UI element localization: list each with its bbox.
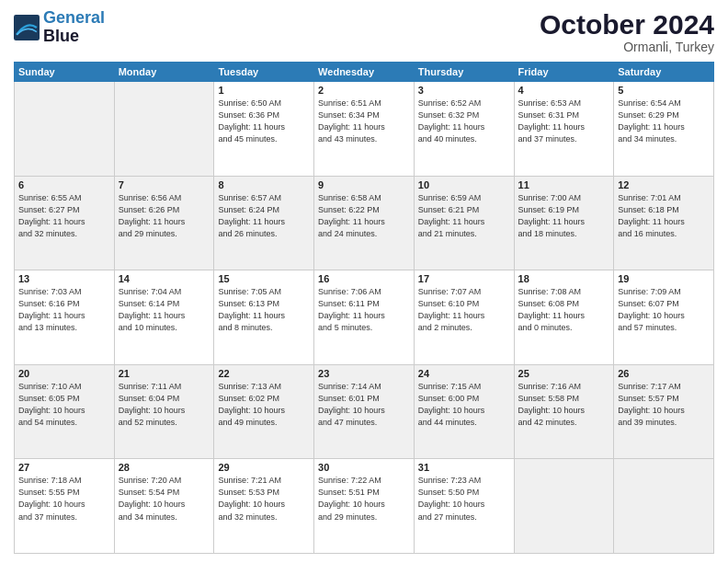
day-number: 19 [618, 273, 710, 284]
calendar-cell: 25Sunrise: 7:16 AM Sunset: 5:58 PM Dayli… [514, 364, 614, 459]
day-info: Sunrise: 6:57 AM Sunset: 6:24 PM Dayligh… [218, 192, 310, 240]
day-info: Sunrise: 7:04 AM Sunset: 6:14 PM Dayligh… [119, 286, 210, 334]
day-info: Sunrise: 7:07 AM Sunset: 6:10 PM Dayligh… [418, 286, 510, 334]
calendar-cell: 20Sunrise: 7:10 AM Sunset: 6:05 PM Dayli… [15, 364, 115, 459]
day-number: 8 [218, 179, 310, 190]
day-number: 20 [18, 368, 110, 379]
calendar-cell: 5Sunrise: 6:54 AM Sunset: 6:29 PM Daylig… [614, 82, 714, 177]
calendar-cell: 8Sunrise: 6:57 AM Sunset: 6:24 PM Daylig… [214, 176, 314, 270]
day-number: 5 [618, 85, 710, 96]
day-number: 12 [618, 179, 710, 190]
day-info: Sunrise: 7:00 AM Sunset: 6:19 PM Dayligh… [518, 192, 610, 240]
logo-text: General Blue [43, 9, 105, 46]
day-number: 25 [518, 368, 610, 379]
day-number: 11 [518, 179, 610, 190]
day-info: Sunrise: 6:54 AM Sunset: 6:29 PM Dayligh… [618, 98, 710, 145]
calendar-cell: 31Sunrise: 7:23 AM Sunset: 5:50 PM Dayli… [414, 459, 514, 554]
page: General Blue October 2024 Ormanli, Turke… [0, 0, 728, 563]
logo-line2: Blue [43, 28, 105, 46]
day-info: Sunrise: 6:59 AM Sunset: 6:21 PM Dayligh… [418, 192, 510, 240]
calendar-cell: 7Sunrise: 6:56 AM Sunset: 6:26 PM Daylig… [114, 176, 214, 270]
header-monday: Monday [114, 63, 214, 82]
header-sunday: Sunday [15, 63, 115, 82]
day-info: Sunrise: 6:55 AM Sunset: 6:27 PM Dayligh… [18, 192, 110, 240]
day-number: 13 [18, 273, 110, 284]
calendar-cell: 24Sunrise: 7:15 AM Sunset: 6:00 PM Dayli… [414, 364, 514, 459]
day-number: 23 [318, 368, 410, 379]
day-info: Sunrise: 7:11 AM Sunset: 6:04 PM Dayligh… [119, 381, 210, 429]
calendar-cell: 3Sunrise: 6:52 AM Sunset: 6:32 PM Daylig… [414, 82, 514, 177]
day-number: 1 [218, 85, 310, 96]
day-number: 21 [119, 368, 210, 379]
day-info: Sunrise: 6:56 AM Sunset: 6:26 PM Dayligh… [119, 192, 210, 240]
header-friday: Friday [514, 63, 614, 82]
day-number: 3 [418, 85, 510, 96]
week-row-3: 13Sunrise: 7:03 AM Sunset: 6:16 PM Dayli… [15, 270, 714, 365]
week-row-4: 20Sunrise: 7:10 AM Sunset: 6:05 PM Dayli… [15, 364, 714, 459]
calendar-cell: 29Sunrise: 7:21 AM Sunset: 5:53 PM Dayli… [214, 459, 314, 554]
day-number: 2 [318, 85, 410, 96]
week-row-1: 1Sunrise: 6:50 AM Sunset: 6:36 PM Daylig… [15, 82, 714, 177]
calendar-cell: 2Sunrise: 6:51 AM Sunset: 6:34 PM Daylig… [314, 82, 415, 177]
calendar-cell: 17Sunrise: 7:07 AM Sunset: 6:10 PM Dayli… [414, 270, 514, 365]
day-number: 30 [318, 462, 410, 473]
day-info: Sunrise: 7:18 AM Sunset: 5:55 PM Dayligh… [18, 475, 110, 523]
calendar-cell: 30Sunrise: 7:22 AM Sunset: 5:51 PM Dayli… [314, 459, 415, 554]
day-info: Sunrise: 7:22 AM Sunset: 5:51 PM Dayligh… [318, 475, 410, 523]
day-info: Sunrise: 7:16 AM Sunset: 5:58 PM Dayligh… [518, 381, 610, 429]
calendar-cell: 13Sunrise: 7:03 AM Sunset: 6:16 PM Dayli… [15, 270, 115, 365]
day-number: 10 [418, 179, 510, 190]
day-info: Sunrise: 7:09 AM Sunset: 6:07 PM Dayligh… [618, 286, 710, 334]
day-info: Sunrise: 7:13 AM Sunset: 6:02 PM Dayligh… [218, 381, 310, 429]
day-number: 15 [218, 273, 310, 284]
calendar-cell: 27Sunrise: 7:18 AM Sunset: 5:55 PM Dayli… [15, 459, 115, 554]
day-info: Sunrise: 7:23 AM Sunset: 5:50 PM Dayligh… [418, 475, 510, 523]
calendar-cell: 4Sunrise: 6:53 AM Sunset: 6:31 PM Daylig… [514, 82, 614, 177]
calendar-cell: 15Sunrise: 7:05 AM Sunset: 6:13 PM Dayli… [214, 270, 314, 365]
calendar-cell: 9Sunrise: 6:58 AM Sunset: 6:22 PM Daylig… [314, 176, 415, 270]
day-number: 17 [418, 273, 510, 284]
header-thursday: Thursday [414, 63, 514, 82]
day-number: 24 [418, 368, 510, 379]
header-tuesday: Tuesday [214, 63, 314, 82]
day-info: Sunrise: 6:52 AM Sunset: 6:32 PM Dayligh… [418, 98, 510, 145]
day-info: Sunrise: 6:53 AM Sunset: 6:31 PM Dayligh… [518, 98, 610, 145]
day-number: 4 [518, 85, 610, 96]
day-number: 26 [618, 368, 710, 379]
day-number: 7 [119, 179, 210, 190]
calendar-cell: 1Sunrise: 6:50 AM Sunset: 6:36 PM Daylig… [214, 82, 314, 177]
calendar-cell: 18Sunrise: 7:08 AM Sunset: 6:08 PM Dayli… [514, 270, 614, 365]
day-number: 9 [318, 179, 410, 190]
day-number: 29 [218, 462, 310, 473]
day-info: Sunrise: 7:15 AM Sunset: 6:00 PM Dayligh… [418, 381, 510, 429]
calendar-cell: 10Sunrise: 6:59 AM Sunset: 6:21 PM Dayli… [414, 176, 514, 270]
day-info: Sunrise: 7:17 AM Sunset: 5:57 PM Dayligh… [618, 381, 710, 429]
day-info: Sunrise: 7:14 AM Sunset: 6:01 PM Dayligh… [318, 381, 410, 429]
week-row-2: 6Sunrise: 6:55 AM Sunset: 6:27 PM Daylig… [15, 176, 714, 270]
day-number: 18 [518, 273, 610, 284]
day-info: Sunrise: 7:06 AM Sunset: 6:11 PM Dayligh… [318, 286, 410, 334]
day-info: Sunrise: 7:20 AM Sunset: 5:54 PM Dayligh… [119, 475, 210, 523]
calendar-cell: 22Sunrise: 7:13 AM Sunset: 6:02 PM Dayli… [214, 364, 314, 459]
location: Ormanli, Turkey [540, 40, 714, 54]
calendar-cell: 12Sunrise: 7:01 AM Sunset: 6:18 PM Dayli… [614, 176, 714, 270]
calendar-header-row: Sunday Monday Tuesday Wednesday Thursday… [15, 63, 714, 82]
day-info: Sunrise: 7:05 AM Sunset: 6:13 PM Dayligh… [218, 286, 310, 334]
day-info: Sunrise: 7:10 AM Sunset: 6:05 PM Dayligh… [18, 381, 110, 429]
month-title: October 2024 [540, 9, 714, 40]
day-info: Sunrise: 7:03 AM Sunset: 6:16 PM Dayligh… [18, 286, 110, 334]
calendar-cell: 6Sunrise: 6:55 AM Sunset: 6:27 PM Daylig… [15, 176, 115, 270]
day-number: 14 [119, 273, 210, 284]
day-info: Sunrise: 6:51 AM Sunset: 6:34 PM Dayligh… [318, 98, 410, 145]
calendar-cell: 21Sunrise: 7:11 AM Sunset: 6:04 PM Dayli… [114, 364, 214, 459]
calendar-cell: 16Sunrise: 7:06 AM Sunset: 6:11 PM Dayli… [314, 270, 415, 365]
calendar-cell: 26Sunrise: 7:17 AM Sunset: 5:57 PM Dayli… [614, 364, 714, 459]
week-row-5: 27Sunrise: 7:18 AM Sunset: 5:55 PM Dayli… [15, 459, 714, 554]
calendar-cell: 11Sunrise: 7:00 AM Sunset: 6:19 PM Dayli… [514, 176, 614, 270]
day-number: 16 [318, 273, 410, 284]
calendar-cell [15, 82, 115, 177]
day-number: 27 [18, 462, 110, 473]
calendar-cell: 23Sunrise: 7:14 AM Sunset: 6:01 PM Dayli… [314, 364, 415, 459]
day-info: Sunrise: 6:58 AM Sunset: 6:22 PM Dayligh… [318, 192, 410, 240]
calendar-cell: 28Sunrise: 7:20 AM Sunset: 5:54 PM Dayli… [114, 459, 214, 554]
